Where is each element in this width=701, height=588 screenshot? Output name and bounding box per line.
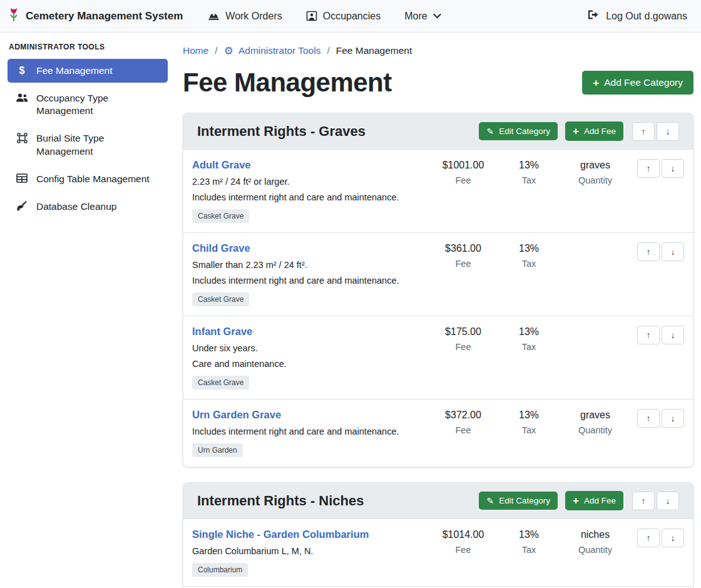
edit-category-button[interactable]: ✎ Edit Category (479, 122, 558, 140)
edit-category-button[interactable]: ✎ Edit Category (479, 492, 558, 510)
logout-label: Log Out d.gowans (606, 11, 687, 22)
plus-icon: + (573, 126, 579, 137)
move-fee-down-button[interactable]: ↓ (662, 409, 684, 428)
nav-occupancies[interactable]: Occupancies (297, 6, 390, 27)
main-content: Home / ⚙ Administrator Tools / Fee Manag… (175, 33, 701, 588)
fee-tax-label: Tax (498, 545, 560, 555)
edit-category-label: Edit Category (499, 126, 550, 136)
sidebar: ADMINISTRATOR TOOLS $ Fee Management Occ… (0, 33, 175, 588)
fee-amount: $175.00 (429, 326, 498, 338)
fee-tax-label: Tax (498, 175, 560, 185)
fee-row: Single Niche - Garden Columbarium Garden… (183, 518, 693, 586)
fee-name-link[interactable]: Child Grave (192, 242, 250, 254)
fee-quantity: graves (560, 160, 630, 171)
fee-name-link[interactable]: Infant Grave (192, 326, 252, 338)
breadcrumb-home-link[interactable]: Home (183, 45, 208, 56)
fee-row: Infant Grave Under six years. Care and m… (183, 316, 693, 399)
move-category-down-button[interactable]: ↓ (657, 492, 679, 510)
arrow-down-icon: ↓ (671, 247, 675, 257)
fee-name-link[interactable]: Single Niche - Garden Columbarium (192, 529, 369, 540)
category-card-niches: Interment Rights - Niches ✎ Edit Categor… (183, 482, 693, 588)
sidebar-item-label: Burial Site Type Management (36, 132, 160, 157)
category-header: Interment Rights - Niches ✎ Edit Categor… (183, 483, 693, 518)
breadcrumb-separator: / (215, 45, 217, 56)
tulip-logo-icon (8, 7, 20, 25)
add-fee-label: Add Fee (584, 496, 616, 505)
arrow-up-icon: ↑ (647, 330, 651, 340)
table-icon (16, 173, 28, 183)
logout-button[interactable]: Log Out d.gowans (585, 4, 690, 28)
breadcrumb-current: Fee Management (336, 45, 412, 56)
vector-square-icon (16, 133, 28, 143)
sidebar-header: ADMINISTRATOR TOOLS (8, 41, 168, 59)
arrow-down-icon: ↓ (671, 163, 675, 173)
move-fee-up-button[interactable]: ↑ (637, 529, 660, 547)
fee-tax: 13% (498, 243, 560, 254)
fee-description: Garden Columbarium L, M, N. (192, 546, 429, 556)
fee-quantity-label: Quantity (560, 545, 630, 555)
move-fee-down-button[interactable]: ↓ (662, 242, 684, 261)
fee-quantity: niches (560, 529, 630, 540)
fee-description: Smaller than 2.23 m² / 24 ft². (192, 260, 429, 270)
broom-icon (16, 201, 28, 211)
fee-amount-label: Fee (429, 425, 498, 435)
fee-tax: 13% (498, 410, 560, 421)
fee-tax: 13% (498, 529, 560, 540)
move-category-down-button[interactable]: ↓ (657, 122, 679, 141)
add-fee-category-button[interactable]: + Add Fee Category (582, 71, 693, 95)
arrow-up-icon: ↑ (647, 247, 651, 257)
move-fee-up-button[interactable]: ↑ (637, 326, 660, 344)
sidebar-item-label: Occupancy Type Management (36, 92, 160, 117)
add-fee-button[interactable]: + Add Fee (565, 491, 623, 510)
sidebar-item-occupancy-type-management[interactable]: Occupancy Type Management (8, 86, 168, 123)
move-category-up-button[interactable]: ↑ (632, 122, 655, 141)
move-fee-up-button[interactable]: ↑ (637, 159, 660, 178)
sidebar-item-database-cleanup[interactable]: Database Cleanup (8, 195, 168, 219)
plus-icon: + (573, 495, 579, 506)
dollar-icon: $ (16, 65, 28, 76)
fee-description: Includes interment right and care and ma… (192, 426, 429, 436)
nav-menu: Work Orders Occupancies More (199, 6, 449, 27)
fee-name-link[interactable]: Urn Garden Grave (192, 409, 281, 421)
app-brand[interactable]: Cemetery Management System (8, 7, 183, 25)
nav-more[interactable]: More (396, 6, 449, 27)
arrow-down-icon: ↓ (671, 330, 675, 340)
chevron-down-icon (433, 13, 441, 19)
fee-tax-label: Tax (498, 259, 560, 269)
breadcrumb: Home / ⚙ Administrator Tools / Fee Manag… (183, 41, 693, 59)
pencil-icon: ✎ (486, 497, 494, 505)
fee-tag: Casket Grave (192, 209, 249, 223)
fee-row: Urn Garden Grave Includes interment righ… (183, 399, 693, 467)
move-fee-down-button[interactable]: ↓ (662, 326, 684, 344)
fee-quantity: graves (560, 410, 630, 421)
top-navbar: Cemetery Management System Work Orders O… (0, 0, 701, 33)
sidebar-item-burial-site-type-management[interactable]: Burial Site Type Management (8, 126, 168, 163)
fee-description: Includes interment right and care and ma… (192, 192, 429, 202)
arrow-up-icon: ↑ (642, 496, 646, 506)
fee-amount: $372.00 (429, 410, 498, 421)
breadcrumb-admin-tools-link[interactable]: ⚙ Administrator Tools (224, 45, 321, 56)
move-fee-down-button[interactable]: ↓ (662, 159, 684, 178)
fee-tax: 13% (498, 326, 560, 338)
move-fee-down-button[interactable]: ↓ (662, 529, 684, 547)
move-fee-up-button[interactable]: ↑ (637, 409, 660, 428)
arrow-down-icon: ↓ (671, 413, 675, 423)
fee-tag: Urn Garden (192, 443, 243, 457)
move-category-up-button[interactable]: ↑ (632, 492, 655, 510)
fee-amount: $361.00 (429, 243, 498, 254)
sidebar-item-config-table-management[interactable]: Config Table Management (8, 167, 168, 191)
sidebar-item-fee-management[interactable]: $ Fee Management (8, 59, 168, 83)
edit-category-label: Edit Category (499, 496, 550, 505)
nav-work-orders[interactable]: Work Orders (199, 6, 290, 27)
fee-tax: 13% (498, 160, 560, 171)
fee-name-link[interactable]: Adult Grave (192, 159, 251, 171)
nav-more-label: More (404, 11, 427, 22)
move-fee-up-button[interactable]: ↑ (637, 242, 660, 261)
category-card-graves: Interment Rights - Graves ✎ Edit Categor… (183, 113, 693, 467)
fee-tax-label: Tax (498, 425, 560, 435)
add-fee-button[interactable]: + Add Fee (565, 121, 623, 141)
sidebar-item-label: Database Cleanup (36, 200, 116, 213)
arrow-up-icon: ↑ (647, 163, 651, 173)
arrow-down-icon: ↓ (666, 126, 670, 137)
fee-tax-label: Tax (498, 342, 560, 352)
